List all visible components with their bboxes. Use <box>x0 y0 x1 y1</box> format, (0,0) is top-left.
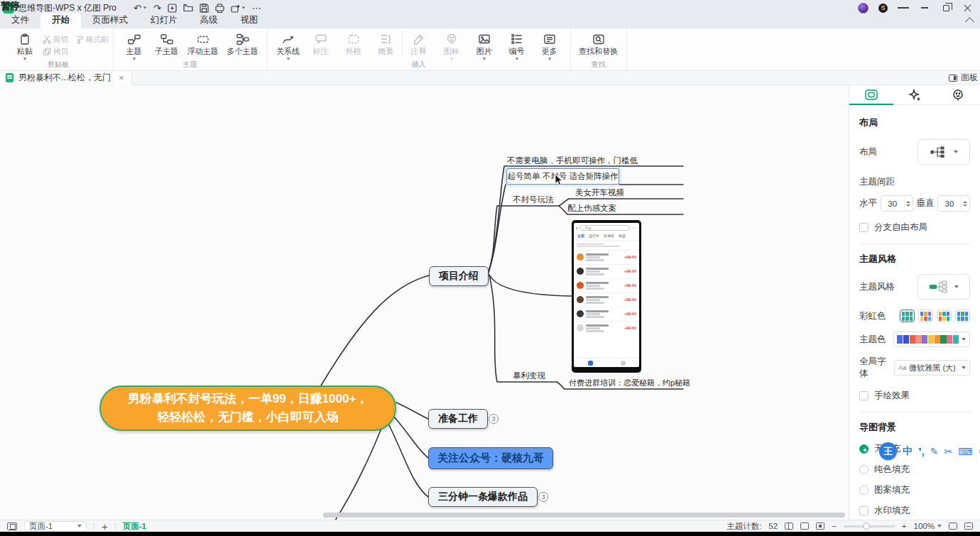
phone-screenshot-topic[interactable]: ‹ ⌕搜索 ··· 全部 进行中 待评价 筛选 +99.00+99.00+99.… <box>572 220 641 373</box>
restore-button[interactable] <box>940 2 952 13</box>
layout-dropdown[interactable] <box>918 139 970 165</box>
rainbow-option-3[interactable] <box>937 310 952 322</box>
topic-no-pc[interactable]: 不需要电脑，手机即可操作，门槛低 <box>507 155 638 166</box>
callout-button[interactable]: 标注 <box>305 31 337 57</box>
topic-training[interactable]: 付费进群培训：恋爱秘籍，约p秘籍 <box>569 378 690 388</box>
menu-advanced[interactable]: 高级 <box>189 13 229 28</box>
more-quick-actions-button[interactable]: ⋯ <box>252 3 261 13</box>
zoom-slider[interactable] <box>844 525 895 527</box>
ime-scissors-icon[interactable]: ✂ <box>944 446 952 457</box>
theme-style-dropdown[interactable] <box>918 274 970 300</box>
numbering-button[interactable]: 编号 <box>501 31 533 60</box>
cut-button[interactable]: 剪切 <box>43 35 68 45</box>
bg-solid-radio[interactable] <box>859 465 869 474</box>
ribbon-group-find: 查找和替换 查找 <box>571 28 627 70</box>
topic-video[interactable]: 美女开车视频 <box>575 187 624 198</box>
free-branch-checkbox[interactable] <box>859 223 869 232</box>
vertical-spacing-stepper[interactable]: 30 <box>937 195 970 212</box>
ime-keyboard-icon[interactable]: ⌨ <box>958 446 972 457</box>
panel-toggle[interactable]: 面板 <box>949 72 980 84</box>
focus-mode-icon[interactable] <box>816 523 824 530</box>
panel-tab-ai[interactable] <box>893 85 936 104</box>
membership-badge-icon[interactable]: S <box>878 4 888 13</box>
floating-topic-button[interactable]: 浮动主题 <box>183 31 223 57</box>
collapsed-count-badge-works[interactable]: 3 <box>538 492 548 502</box>
topic-method[interactable]: 不封号玩法 <box>513 195 554 205</box>
share-button[interactable] <box>231 4 246 13</box>
topic-works[interactable]: 三分钟一条爆款作品 <box>428 487 538 507</box>
rainbow-option-1[interactable] <box>900 310 915 322</box>
subtopic-button[interactable]: 子主题 <box>151 31 183 57</box>
ime-punctuation-icon[interactable]: ❜, <box>918 446 925 457</box>
find-replace-button[interactable]: 查找和替换 <box>575 31 622 57</box>
print-button[interactable] <box>215 4 224 13</box>
central-topic[interactable]: 男粉暴利不封号玩法，一单99，日赚1000+， 轻轻松松，无门槛，小白即可入场 <box>99 385 396 431</box>
hand-drawn-checkbox[interactable] <box>859 391 869 400</box>
multiple-topics-button[interactable]: 多个主题 <box>223 31 263 57</box>
collapse-statusbar-icon[interactable] <box>964 523 973 530</box>
page-tab-active[interactable]: 页面-1 <box>123 521 146 532</box>
bg-watermark-checkbox[interactable] <box>859 506 869 515</box>
mindmap-canvas[interactable]: 男粉暴利不封号玩法，一单99，日赚1000+， 轻轻松松，无门槛，小白即可入场 … <box>0 85 849 520</box>
redo-button[interactable]: ↷ <box>153 3 161 13</box>
menu-view[interactable]: 视图 <box>229 13 270 28</box>
format-painter-button[interactable]: 格式刷 <box>75 35 109 45</box>
ime-pen-icon[interactable]: ✎ <box>930 446 939 457</box>
rainbow-option-2[interactable] <box>918 310 933 322</box>
zoom-out-button[interactable]: − <box>832 522 837 530</box>
horizontal-spacing-stepper[interactable]: 30 <box>881 195 913 212</box>
more-insert-button[interactable]: 更多 <box>533 31 566 60</box>
global-font-dropdown[interactable]: Aa 微软雅黑 (大) <box>894 360 970 376</box>
add-page-button[interactable]: + <box>102 520 108 532</box>
page-select[interactable]: 页面-1 <box>24 521 87 532</box>
undo-button[interactable]: ↶ <box>134 3 147 13</box>
relationship-button[interactable]: 关系线 <box>272 31 305 60</box>
menu-slides[interactable]: 幻灯片 <box>139 13 189 28</box>
open-file-button[interactable] <box>183 4 193 12</box>
topic-intro[interactable]: 项目介绍 <box>429 266 489 286</box>
topic-button[interactable]: 主题 <box>118 31 151 60</box>
icon-marker-button[interactable]: 图标 <box>435 31 468 60</box>
ime-logo-icon[interactable]: 王 <box>879 442 897 460</box>
panel-tab-icon-marker[interactable] <box>937 85 980 104</box>
menu-file[interactable]: 文件 <box>0 13 40 28</box>
window-view-icon[interactable] <box>800 523 809 530</box>
ime-language-icon[interactable]: 中 <box>903 445 913 458</box>
bg-pattern-radio[interactable] <box>859 486 869 495</box>
menu-home[interactable]: 开始 <box>40 13 81 28</box>
topic-prepare[interactable]: 准备工作 <box>428 409 488 429</box>
document-tab[interactable]: 男粉暴利不...松松，无门 × <box>0 71 132 85</box>
theme-color-dropdown[interactable] <box>893 332 970 347</box>
zoom-in-button[interactable]: + <box>902 522 907 530</box>
page-overview-icon[interactable] <box>7 523 17 530</box>
picture-button[interactable]: 图片 <box>468 31 501 60</box>
topic-follow-account[interactable]: 关注公众号：硬核九哥 <box>428 447 553 469</box>
topic-profit[interactable]: 暴利变现 <box>513 371 545 381</box>
main-menu-icon[interactable] <box>898 2 909 13</box>
zoom-slider-thumb[interactable] <box>863 523 870 530</box>
panel-tab-style[interactable] <box>849 85 893 104</box>
note-button[interactable]: 注释 <box>403 31 435 57</box>
fit-screen-icon[interactable] <box>949 523 957 530</box>
new-file-button[interactable] <box>168 4 177 13</box>
outline-view-icon[interactable] <box>785 523 793 530</box>
boundary-button[interactable]: 外框 <box>337 31 370 57</box>
copy-button[interactable]: 拷贝 <box>43 47 68 57</box>
summary-button[interactable]: 概要 <box>370 31 403 57</box>
user-avatar[interactable] <box>858 3 869 13</box>
bg-none-radio[interactable] <box>859 444 869 454</box>
collapsed-count-badge-prepare[interactable]: 3 <box>489 414 499 424</box>
rainbow-option-4[interactable] <box>955 310 970 322</box>
canvas-horizontal-scrollbar[interactable] <box>323 513 845 518</box>
menu-page-style[interactable]: 页面样式 <box>81 13 139 28</box>
status-bar: 页面-1 + 页面-1 主题计数: 52 − + 100% <box>0 520 980 532</box>
close-button[interactable] <box>962 2 973 13</box>
minimize-button[interactable] <box>919 2 930 13</box>
document-tab-close-icon[interactable]: × <box>119 72 124 83</box>
quick-access-toolbar: ↶ ↷ ⋯ <box>134 3 261 13</box>
zoom-level-select[interactable]: 100% <box>914 522 942 530</box>
topic-caption[interactable]: 配上伤感文案 <box>567 203 616 214</box>
paste-button[interactable]: 粘贴 <box>9 31 41 60</box>
collapse-ribbon-icon[interactable] <box>965 17 974 26</box>
save-button[interactable] <box>200 4 209 13</box>
